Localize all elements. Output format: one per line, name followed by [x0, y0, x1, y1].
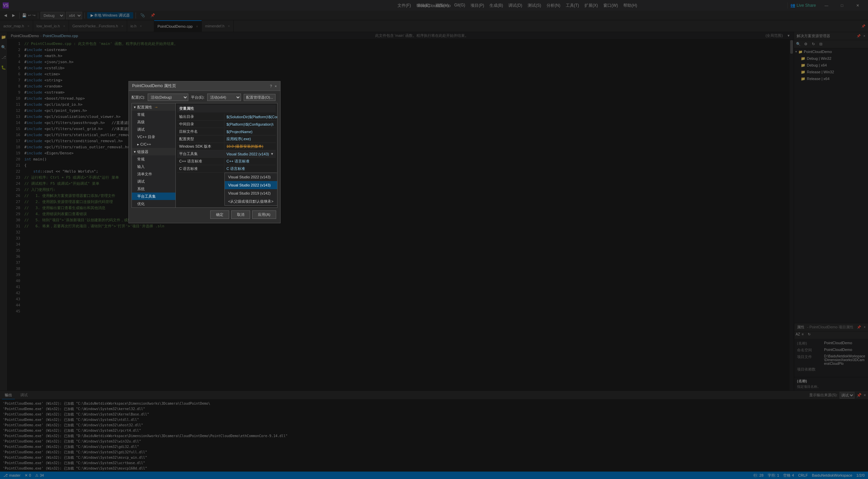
prop-row-cpp-std: C++ 语言标准 C++ 语言标准	[177, 158, 276, 165]
prop-label-targetname: 目标文件名	[177, 128, 224, 135]
prop-label-configtype: 配置类型	[177, 136, 224, 142]
dropdown-item-3[interactable]: <从父级或项目默认值继承>	[225, 197, 277, 205]
tree-item-advanced[interactable]: 高级	[132, 118, 175, 126]
tree-section-header-config[interactable]: ▾ 配置属性 →	[132, 103, 175, 111]
dialog-title: PointCloudDemo 属性页	[132, 83, 176, 89]
platform-select[interactable]: 活动(x64)	[207, 94, 241, 101]
dropdown-arrow-icon[interactable]: ▼	[270, 152, 274, 156]
tree-item-linker-general[interactable]: 常规	[132, 155, 175, 163]
prop-label-platform-tools: 平台工具集	[177, 151, 224, 157]
prop-row-winsdkver: Windows SDK 版本 10.0 (最新安装的版本)	[177, 143, 276, 150]
tree-section-label-linker: 链接器	[137, 149, 148, 154]
dialog-title-bar: PointCloudDemo 属性页 ? ×	[129, 81, 280, 91]
prop-row-outdir: 输出目录 $(SolutionDir)$(Platform)\$(Configu…	[177, 113, 276, 121]
property-dialog: PointCloudDemo 属性页 ? × 配置(C): 活动(Debug) …	[128, 81, 281, 223]
dropdown-item-selected[interactable]: Visual Studio 2022 (v143)	[225, 181, 277, 189]
prop-row-platform-tools: 平台工具集 Visual Studio 2022 (v143) ▼	[177, 150, 276, 158]
prop-value-configtype: 应用程序(.exe)	[224, 136, 276, 142]
dialog-main-area: ▾ 配置属性 → 常规 高级 调试 VC++ 目录 ▸ C/C++ ▾ 链接器	[131, 103, 278, 208]
arrow-indicator: →	[154, 105, 158, 109]
dialog-tree-panel: ▾ 配置属性 → 常规 高级 调试 VC++ 目录 ▸ C/C++ ▾ 链接器	[132, 103, 176, 207]
platform-tools-value: Visual Studio 2022 (v143)	[226, 152, 269, 156]
tree-item-debug[interactable]: 调试	[132, 126, 175, 133]
apply-btn[interactable]: 应用(A)	[252, 210, 276, 219]
config-label: 配置(C):	[131, 95, 145, 100]
tree-section-config: ▾ 配置属性 → 常规 高级 调试 VC++ 目录 ▸ C/C++ ▾ 链接器	[132, 103, 175, 207]
prop-value-c-std: C 语言标准	[224, 166, 276, 172]
prop-value-targetname: $(ProjectName)	[224, 129, 276, 134]
prop-label-cpp-std: C++ 语言标准	[177, 158, 224, 165]
config-select[interactable]: 活动(Debug)	[148, 94, 188, 101]
tree-expand-icon-linker: ▾	[134, 150, 136, 154]
tree-expand-icon: ▾	[134, 105, 136, 109]
prop-label-outdir: 输出目录	[177, 114, 224, 120]
dialog-prop-panel: 变量属性 输出目录 $(SolutionDir)$(Platform)\$(Co…	[176, 103, 277, 207]
prop-value-outdir: $(SolutionDir)$(Platform)\$(Configuratio…	[224, 114, 277, 120]
dialog-buttons: 确定 取消 应用(A)	[131, 208, 278, 220]
tree-section-label: 配置属性	[137, 105, 152, 110]
dropdown-item-2[interactable]: Visual Studio 2019 (v142)	[225, 189, 277, 197]
cancel-btn[interactable]: 取消	[231, 210, 250, 219]
tree-item-cpp-expand[interactable]: ▸ C/C++	[132, 141, 175, 148]
dialog-help-btn[interactable]: ?	[270, 84, 272, 88]
tree-section-header-linker[interactable]: ▾ 链接器	[132, 148, 175, 155]
tree-item-vcdir[interactable]: VC++ 目录	[132, 133, 175, 141]
tree-item-platform-tools[interactable]: 平台工具集	[132, 193, 175, 200]
prop-value-intdir: $(Platform)\$(Configuration)\	[224, 122, 276, 127]
prop-row-intdir: 中间目录 $(Platform)\$(Configuration)\	[177, 121, 276, 128]
dropdown-item-1[interactable]: Visual Studio 2022 (v143)	[225, 173, 277, 181]
dialog-controls: ? ×	[270, 84, 277, 88]
dialog-config-row: 配置(C): 活动(Debug) 平台(E): 活动(x64) 配置管理器(O)…	[131, 94, 278, 101]
tree-item-linker-input[interactable]: 输入	[132, 163, 175, 170]
ok-btn[interactable]: 确定	[210, 210, 229, 219]
prop-row-configtype: 配置类型 应用程序(.exe)	[177, 135, 276, 143]
platform-label: 平台(E):	[191, 95, 204, 100]
prop-value-winsdkver: 10.0 (最新安装的版本)	[224, 143, 276, 150]
tree-item-linker-system[interactable]: 系统	[132, 185, 175, 193]
dialog-body: 配置(C): 活动(Debug) 平台(E): 活动(x64) 配置管理器(O)…	[129, 91, 280, 223]
prop-row-c-std: C 语言标准 C 语言标准	[177, 165, 276, 173]
tree-item-linker-opt[interactable]: 优化	[132, 200, 175, 207]
modal-overlay: PointCloudDemo 属性页 ? × 配置(C): 活动(Debug) …	[0, 0, 868, 479]
prop-value-platform-tools[interactable]: Visual Studio 2022 (v143) ▼	[224, 151, 276, 157]
tree-item-linker-manifest[interactable]: 清单文件	[132, 170, 175, 178]
prop-group-header: 变量属性	[177, 105, 276, 112]
prop-row-targetname: 目标文件名 $(ProjectName)	[177, 128, 276, 135]
prop-value-cpp-std: C++ 语言标准	[224, 158, 276, 165]
platform-tools-dropdown: Visual Studio 2022 (v143) Visual Studio …	[224, 173, 277, 206]
tree-item-general[interactable]: 常规	[132, 111, 175, 118]
prop-label-c-std: C 语言标准	[177, 166, 224, 172]
prop-label-winsdkver: Windows SDK 版本	[177, 143, 224, 150]
dialog-close-btn[interactable]: ×	[275, 84, 277, 88]
config-manage-btn[interactable]: 配置管理器(O)...	[244, 94, 275, 101]
tree-item-linker-debug[interactable]: 调试	[132, 178, 175, 185]
prop-label-intdir: 中间目录	[177, 121, 224, 127]
